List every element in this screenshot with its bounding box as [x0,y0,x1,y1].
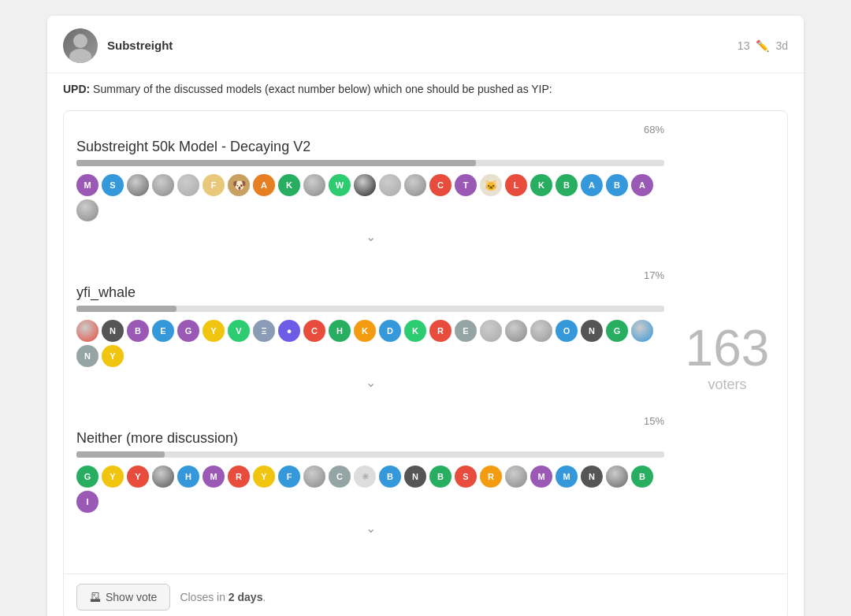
voter-avatar: C [329,466,351,488]
voter-label: voters [708,377,746,393]
show-vote-label: Show vote [106,591,157,603]
voter-avatar: N [581,320,603,342]
voter-avatar: Y [102,466,124,488]
voter-avatar: I [76,491,98,513]
voter-avatar: Y [102,345,124,367]
voter-avatar: K [354,320,376,342]
voter-avatar: G [76,466,98,488]
voter-avatar: A [631,174,653,196]
progress-track-2 [76,306,664,312]
voter-avatar: 🐱 [480,174,502,196]
poll-main: 68%Substreight 50k Model - Decaying V2MS… [64,111,787,573]
chevron-down-icon: ⌄ [366,375,376,390]
edit-count: 13 [738,39,750,52]
voter-avatar [152,174,174,196]
voter-avatar: H [177,466,199,488]
voter-avatar: B [606,174,628,196]
voter-avatar [76,199,98,221]
poll-container: 68%Substreight 50k Model - Decaying V2MS… [63,110,788,616]
voter-avatar: K [530,174,552,196]
option-percentage-3: 15% [76,415,664,427]
voter-avatar [505,466,527,488]
progress-track-1 [76,160,664,166]
expand-button-1[interactable]: ⌄ [76,226,664,250]
expand-button-3[interactable]: ⌄ [76,518,664,542]
progress-fill-2 [76,306,177,312]
voter-avatar [379,174,401,196]
progress-fill-1 [76,160,476,166]
post-meta: Substreight [107,39,738,53]
voter-avatar: ● [278,320,300,342]
voter-avatar: B [429,466,452,488]
username: Substreight [107,39,173,52]
voter-avatar: F [278,466,300,488]
voter-avatar: K [278,174,300,196]
post-text: UPD: Summary of the discussed models (ex… [63,81,788,98]
voter-avatar: O [556,320,578,342]
voter-avatar [530,320,552,342]
voter-avatar [303,466,325,488]
voter-avatar: L [505,174,527,196]
show-vote-button[interactable]: 🗳 Show vote [76,584,170,610]
voter-avatar: M [76,174,98,196]
voter-avatar: R [480,466,502,488]
voter-avatar: N [76,345,98,367]
post-body: UPD: Summary of the discussed models (ex… [47,73,804,110]
option-percentage-1: 68% [76,124,664,135]
voters-avatars-1: MSF🐶AKWCT🐱LKBABA [76,174,664,221]
poll-sidebar: 163 voters [680,124,775,561]
voter-avatar [354,174,376,196]
expand-button-2[interactable]: ⌄ [76,372,664,396]
voter-avatar [152,466,174,488]
voter-avatar: S [102,174,124,196]
voter-avatar [505,320,527,342]
voter-avatar: M [530,466,552,488]
svg-point-1 [69,49,91,63]
voter-avatar: B [556,174,578,196]
svg-point-0 [73,34,87,48]
voter-avatar: H [329,320,351,342]
voter-avatar: A [253,174,275,196]
voter-avatar: A [581,174,603,196]
voter-avatar: K [404,320,426,342]
voter-avatar: E [455,320,477,342]
voter-avatar: T [455,174,477,196]
chevron-down-icon: ⌄ [366,521,376,536]
post-actions: 13 ✏️ 3d [738,39,788,52]
voter-avatar: Ξ [253,320,275,342]
poll-option-2: 17%yfi_whaleNBEGYVΞ●CHKDKREONGNY⌄ [76,269,664,396]
voter-avatar [404,174,426,196]
voter-avatar [480,320,502,342]
voter-avatar: D [379,320,401,342]
voter-count: 163 [686,323,770,373]
option-title-3: Neither (more discussion) [76,430,664,447]
voter-avatar: V [228,320,250,342]
voter-avatar: Y [127,466,149,488]
option-title-1: Substreight 50k Model - Decaying V2 [76,139,664,155]
voter-avatar [631,320,653,342]
voter-avatar: R [228,466,250,488]
voter-avatar: B [379,466,401,488]
voter-avatar: Y [203,320,225,342]
voter-avatar: N [404,466,426,488]
voter-avatar: E [152,320,174,342]
voter-avatar: C [429,174,452,196]
voter-avatar: N [102,320,124,342]
option-percentage-2: 17% [76,269,664,281]
voter-avatar: M [556,466,578,488]
voter-avatar: G [606,320,628,342]
voters-avatars-3: GYYHMRYFC✳BNBSRMMNBI [76,466,664,513]
voter-avatar [303,174,325,196]
poll-options: 68%Substreight 50k Model - Decaying V2MS… [76,124,680,561]
voter-avatar: N [581,466,603,488]
voter-avatar [76,320,98,342]
upd-label: UPD: [63,83,90,95]
poll-option-1: 68%Substreight 50k Model - Decaying V2MS… [76,124,664,250]
closes-suffix: . [262,591,266,603]
time-ago: 3d [775,39,788,52]
chevron-down-icon: ⌄ [366,229,376,244]
closes-text: Closes in 2 days. [180,591,266,603]
voter-avatar [127,174,149,196]
voter-avatar: R [429,320,452,342]
voter-avatar [606,466,628,488]
